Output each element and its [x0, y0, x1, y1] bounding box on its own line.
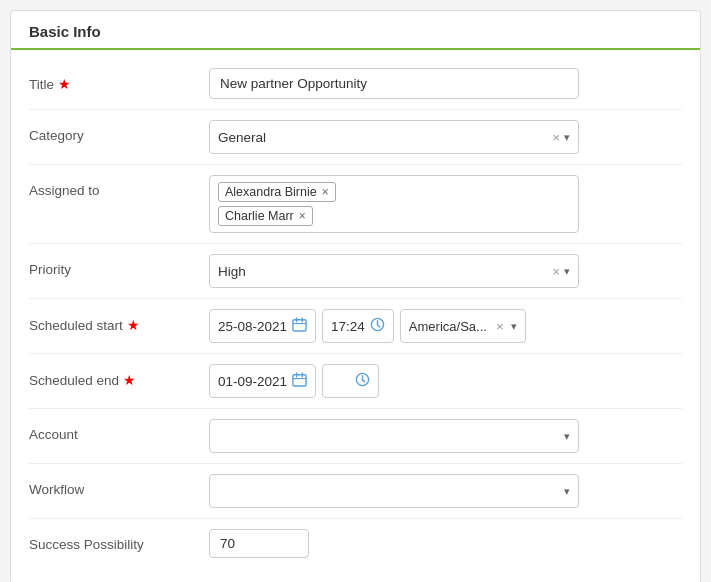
category-row: Category General × ▾ — [29, 110, 682, 164]
tag-alexandra-label: Alexandra Birnie — [225, 185, 317, 199]
scheduled-start-date-input[interactable]: 25-08-2021 — [209, 309, 316, 343]
workflow-field: ▾ — [209, 474, 682, 508]
scheduled-end-field: 01-09-2021 — [209, 364, 682, 398]
scheduled-end-time-value — [331, 374, 350, 389]
tag-charlie-remove[interactable]: × — [299, 209, 306, 223]
priority-field: High × ▾ — [209, 254, 682, 288]
title-row: Title ★ — [29, 58, 682, 109]
title-required-star: ★ — [58, 76, 71, 92]
svg-rect-0 — [293, 320, 306, 331]
priority-label: Priority — [29, 254, 209, 277]
scheduled-end-date-input[interactable]: 01-09-2021 — [209, 364, 316, 398]
account-select[interactable]: ▾ — [209, 419, 579, 453]
title-input[interactable] — [209, 68, 579, 99]
card-title: Basic Info — [29, 23, 682, 40]
basic-info-card: Basic Info Title ★ Category General × — [10, 10, 701, 582]
priority-clear-icon[interactable]: × — [552, 265, 560, 278]
scheduled-start-tz-value: America/Sa... — [409, 319, 487, 334]
workflow-row: Workflow ▾ — [29, 464, 682, 518]
success-possibility-input[interactable] — [209, 529, 309, 558]
scheduled-start-label: Scheduled start ★ — [29, 309, 209, 333]
tz-arrow-icon[interactable]: ▾ — [511, 320, 517, 333]
scheduled-start-field: 25-08-2021 17:24 America/Sa... × — [209, 309, 682, 343]
scheduled-start-required-star: ★ — [127, 317, 140, 333]
scheduled-start-row: Scheduled start ★ 25-08-2021 17:24 — [29, 299, 682, 353]
svg-line-13 — [362, 380, 364, 382]
tag-alexandra: Alexandra Birnie × — [218, 182, 336, 202]
scheduled-end-clock-icon[interactable] — [355, 372, 370, 390]
workflow-label: Workflow — [29, 474, 209, 497]
assigned-to-multi-input[interactable]: Alexandra Birnie × Charlie Marr × — [209, 175, 579, 233]
tag-alexandra-remove[interactable]: × — [322, 185, 329, 199]
assigned-to-field: Alexandra Birnie × Charlie Marr × — [209, 175, 682, 233]
tag-charlie: Charlie Marr × — [218, 206, 313, 226]
title-field — [209, 68, 682, 99]
scheduled-start-date-row: 25-08-2021 17:24 America/Sa... × — [209, 309, 682, 343]
workflow-arrow-icon[interactable]: ▾ — [564, 485, 570, 498]
scheduled-start-time-input[interactable]: 17:24 — [322, 309, 394, 343]
svg-line-6 — [377, 325, 379, 327]
card-header: Basic Info — [11, 11, 700, 50]
category-clear-icon[interactable]: × — [552, 131, 560, 144]
scheduled-end-row: Scheduled end ★ 01-09-2021 — [29, 354, 682, 408]
scheduled-start-date-value: 25-08-2021 — [218, 319, 287, 334]
form-body: Title ★ Category General × ▾ — [11, 50, 700, 582]
scheduled-end-date-row: 01-09-2021 — [209, 364, 682, 398]
scheduled-end-time-input[interactable] — [322, 364, 379, 398]
assigned-to-label: Assigned to — [29, 175, 209, 198]
tz-clear-icon[interactable]: × — [496, 320, 504, 333]
scheduled-start-clock-icon[interactable] — [370, 317, 385, 335]
priority-select[interactable]: High × ▾ — [209, 254, 579, 288]
account-label: Account — [29, 419, 209, 442]
success-possibility-field — [209, 529, 682, 558]
category-arrow-icon[interactable]: ▾ — [564, 131, 570, 144]
scheduled-end-date-value: 01-09-2021 — [218, 374, 287, 389]
priority-arrow-icon[interactable]: ▾ — [564, 265, 570, 278]
category-field: General × ▾ — [209, 120, 682, 154]
workflow-select[interactable]: ▾ — [209, 474, 579, 508]
tag-charlie-label: Charlie Marr — [225, 209, 294, 223]
scheduled-end-label: Scheduled end ★ — [29, 364, 209, 388]
account-arrow-icon[interactable]: ▾ — [564, 430, 570, 443]
success-possibility-label: Success Possibility — [29, 529, 209, 552]
svg-rect-7 — [293, 375, 306, 386]
scheduled-start-time-value: 17:24 — [331, 319, 365, 334]
title-label: Title ★ — [29, 68, 209, 92]
scheduled-end-calendar-icon[interactable] — [292, 372, 307, 390]
scheduled-start-calendar-icon[interactable] — [292, 317, 307, 335]
account-field: ▾ — [209, 419, 682, 453]
assigned-to-row: Assigned to Alexandra Birnie × Charlie M… — [29, 165, 682, 243]
category-select-value: General — [218, 130, 546, 145]
scheduled-start-tz-select[interactable]: America/Sa... × ▾ — [400, 309, 527, 343]
category-label: Category — [29, 120, 209, 143]
category-select[interactable]: General × ▾ — [209, 120, 579, 154]
priority-row: Priority High × ▾ — [29, 244, 682, 298]
account-row: Account ▾ — [29, 409, 682, 463]
success-possibility-row: Success Possibility — [29, 519, 682, 568]
priority-select-value: High — [218, 264, 546, 279]
scheduled-end-required-star: ★ — [123, 372, 136, 388]
